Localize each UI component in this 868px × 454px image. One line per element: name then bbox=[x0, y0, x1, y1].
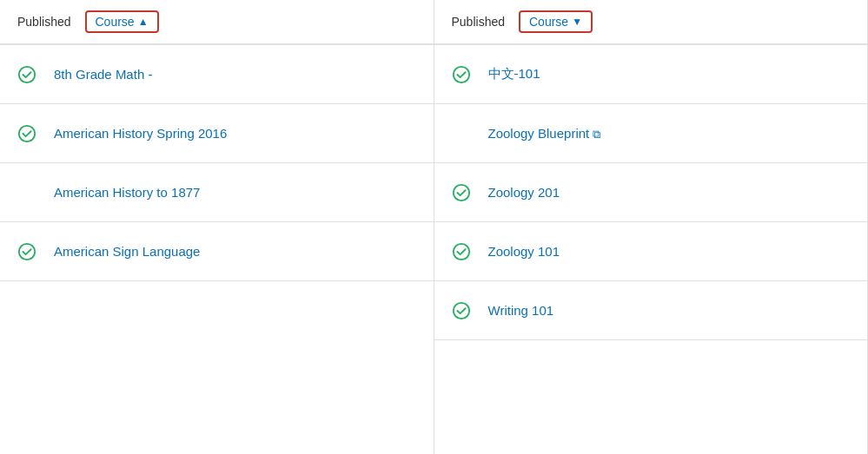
published-check-icon bbox=[452, 65, 471, 84]
right-course-list: 中文-101Zoology Blueprint⧉ Zoology 201 Zoo… bbox=[434, 45, 868, 454]
svg-point-0 bbox=[19, 66, 35, 82]
svg-point-1 bbox=[19, 125, 35, 141]
right-panel-header: Published Course ▼ bbox=[434, 0, 868, 45]
left-panel: Published Course ▲ 8th Grade Math - Amer… bbox=[0, 0, 434, 454]
copy-icon: ⧉ bbox=[593, 128, 600, 141]
table-row: 8th Grade Math - bbox=[0, 45, 434, 104]
published-check-icon bbox=[452, 183, 471, 202]
table-row: Zoology 101 bbox=[434, 222, 868, 281]
course-name-link[interactable]: 8th Grade Math - bbox=[54, 67, 152, 82]
svg-point-4 bbox=[453, 184, 468, 200]
right-published-label: Published bbox=[452, 15, 506, 29]
svg-point-2 bbox=[19, 243, 35, 259]
unpublished-placeholder bbox=[17, 183, 36, 202]
course-name-link[interactable]: Zoology 101 bbox=[488, 244, 560, 259]
unpublished-placeholder bbox=[452, 124, 471, 143]
course-name-link[interactable]: Zoology Blueprint⧉ bbox=[488, 126, 601, 141]
right-sort-arrow: ▼ bbox=[572, 16, 582, 28]
table-row: American History Spring 2016 bbox=[0, 104, 434, 163]
published-check-icon bbox=[452, 301, 471, 320]
right-panel: Published Course ▼ 中文-101Zoology Bluepri… bbox=[434, 0, 869, 454]
course-name-link[interactable]: American Sign Language bbox=[54, 244, 200, 259]
course-name-link[interactable]: 中文-101 bbox=[488, 66, 540, 82]
left-course-list: 8th Grade Math - American History Spring… bbox=[0, 45, 434, 454]
svg-point-3 bbox=[453, 66, 468, 82]
right-sort-button-label: Course bbox=[529, 15, 568, 29]
table-row: American Sign Language bbox=[0, 222, 434, 281]
table-row: Zoology 201 bbox=[434, 163, 868, 222]
published-check-icon bbox=[17, 242, 36, 261]
left-published-label: Published bbox=[17, 15, 71, 29]
table-row: 中文-101 bbox=[434, 45, 868, 104]
svg-point-5 bbox=[453, 243, 468, 259]
course-name-link[interactable]: American History Spring 2016 bbox=[54, 126, 227, 141]
right-sort-button[interactable]: Course ▼ bbox=[519, 10, 593, 33]
svg-point-6 bbox=[453, 302, 468, 318]
table-row: Zoology Blueprint⧉ bbox=[434, 104, 868, 163]
left-panel-header: Published Course ▲ bbox=[0, 0, 434, 45]
course-name-link[interactable]: Writing 101 bbox=[488, 303, 554, 318]
published-check-icon bbox=[17, 124, 36, 143]
table-row: American History to 1877 bbox=[0, 163, 434, 222]
course-name-link[interactable]: American History to 1877 bbox=[54, 185, 200, 200]
left-sort-button-label: Course bbox=[96, 15, 135, 29]
published-check-icon bbox=[452, 242, 471, 261]
table-row: Writing 101 bbox=[434, 281, 868, 340]
course-name-link[interactable]: Zoology 201 bbox=[488, 185, 560, 200]
left-sort-arrow: ▲ bbox=[138, 16, 149, 28]
left-sort-button[interactable]: Course ▲ bbox=[85, 10, 159, 33]
published-check-icon bbox=[17, 65, 36, 84]
